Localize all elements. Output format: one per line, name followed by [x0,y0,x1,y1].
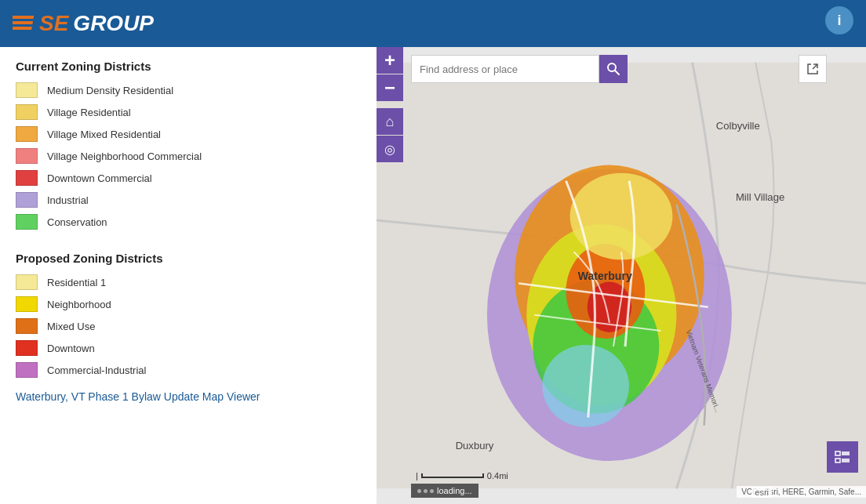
swatch-downtown [16,340,38,356]
svg-rect-0 [13,16,34,19]
search-button[interactable] [599,55,628,83]
svg-text:Duxbury: Duxbury [456,440,494,451]
legend-label-conservation: Conservation [47,216,107,228]
proposed-zoning-title: Proposed Zoning Districts [16,252,361,265]
list-item: Village Mixed Residential [16,126,361,142]
svg-text:Colbyville: Colbyville [716,120,760,132]
search-bar [411,55,628,83]
map-area[interactable]: + − ⌂ ◎ [377,47,866,504]
svg-text:Waterbury: Waterbury [578,270,632,282]
legend-icon [834,448,851,466]
legend-label-downtown-commercial: Downtown Commercial [47,172,152,184]
svg-line-5 [813,64,817,69]
swatch-village-res [16,104,38,120]
legend-label-industrial: Industrial [47,194,89,206]
map-controls: + − ⌂ ◎ [377,47,403,163]
swatch-residential1 [16,274,38,290]
swatch-downtown-commercial [16,170,38,186]
loading-indicator: loading... [411,484,478,498]
logo-icon [13,13,35,34]
zoom-in-button[interactable]: + [377,47,403,74]
locate-button[interactable]: ◎ [377,136,403,162]
search-icon [606,62,620,76]
legend-toggle-button[interactable] [827,441,858,473]
swatch-commercial-industrial [16,362,38,378]
legend-panel: Current Zoning Districts Medium Density … [0,47,377,504]
swatch-conservation [16,214,38,230]
list-item: Downtown Commercial [16,170,361,186]
svg-rect-1 [13,21,33,24]
current-zoning-title: Current Zoning Districts [16,60,361,73]
list-item: Residential 1 [16,274,361,290]
svg-rect-22 [835,459,840,462]
info-button[interactable]: i [825,6,853,34]
legend-label-downtown: Downtown [47,343,95,354]
zoom-out-button[interactable]: − [377,74,403,101]
loading-text: loading... [437,486,472,495]
svg-line-4 [615,71,619,74]
legend-label-neighborhood: Neighborhood [47,299,111,310]
svg-rect-21 [842,451,850,455]
external-link-icon [806,62,820,76]
esri-logo: esri [751,487,772,498]
logo-group-text: GROUP [73,11,154,36]
swatch-neighborhood [16,296,38,312]
list-item: Commercial-Industrial [16,362,361,378]
logo-area: SE GROUP [13,11,154,36]
legend-label-commercial-industrial: Commercial-Industrial [47,364,146,376]
svg-rect-20 [835,451,840,455]
search-input[interactable] [411,55,599,83]
svg-point-11 [542,345,629,427]
scale-label: 0.4mi [487,471,508,480]
legend-label-village-commercial: Village Neighborhood Commercial [47,150,202,162]
legend-label-medium-density: Medium Density Residential [47,85,173,96]
swatch-mixed-use [16,318,38,334]
loading-dots [417,489,434,493]
legend-label-village-res: Village Residential [47,107,131,118]
app-header: SE GROUP i [0,0,866,47]
swatch-village-mixed [16,126,38,142]
list-item: Village Residential [16,104,361,120]
scale-bar: | 0.4mi [416,471,508,480]
legend-label-village-mixed: Village Mixed Residential [47,129,161,140]
list-item: Downtown [16,340,361,356]
svg-text:Mill Village: Mill Village [736,191,784,203]
main-container: Current Zoning Districts Medium Density … [0,47,866,504]
legend-label-residential1: Residential 1 [47,277,106,288]
list-item: Conservation [16,214,361,230]
list-item: Industrial [16,192,361,208]
map-visualization: Vietnam Veterans Memori... Colbyville Mi… [377,47,866,504]
list-item: Medium Density Residential [16,82,361,98]
footer-caption: Waterbury, VT Phase 1 Bylaw Update Map V… [16,390,361,403]
swatch-industrial [16,192,38,208]
list-item: Neighborhood [16,296,361,312]
list-item: Mixed Use [16,318,361,334]
logo-se-text: SE [39,11,68,36]
svg-rect-2 [13,27,32,30]
svg-rect-23 [842,459,850,462]
home-button[interactable]: ⌂ [377,108,403,135]
swatch-medium-density [16,82,38,98]
swatch-village-commercial [16,148,38,164]
svg-point-14 [570,173,673,260]
legend-label-mixed-use: Mixed Use [47,321,95,332]
external-link-button[interactable] [799,55,827,83]
list-item: Village Neighborhood Commercial [16,148,361,164]
